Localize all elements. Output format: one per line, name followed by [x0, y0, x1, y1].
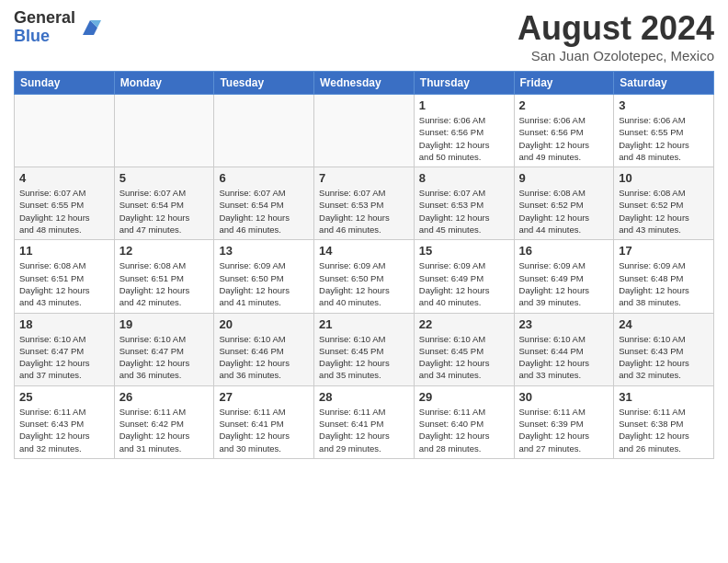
calendar-cell: 12Sunrise: 6:08 AM Sunset: 6:51 PM Dayli… [114, 240, 214, 313]
logo-general: General [14, 9, 75, 28]
calendar-cell: 30Sunrise: 6:11 AM Sunset: 6:39 PM Dayli… [514, 385, 614, 458]
day-info: Sunrise: 6:06 AM Sunset: 6:56 PM Dayligh… [519, 114, 609, 163]
calendar-week-row: 18Sunrise: 6:10 AM Sunset: 6:47 PM Dayli… [15, 313, 714, 385]
logo-blue: Blue [14, 28, 75, 46]
day-info: Sunrise: 6:09 AM Sunset: 6:50 PM Dayligh… [219, 259, 309, 308]
calendar-cell: 18Sunrise: 6:10 AM Sunset: 6:47 PM Dayli… [15, 313, 115, 385]
day-info: Sunrise: 6:11 AM Sunset: 6:39 PM Dayligh… [519, 406, 609, 454]
day-info: Sunrise: 6:08 AM Sunset: 6:51 PM Dayligh… [119, 259, 210, 308]
calendar-week-row: 4Sunrise: 6:07 AM Sunset: 6:55 PM Daylig… [15, 167, 714, 240]
day-number: 17 [619, 244, 709, 258]
calendar-cell: 5Sunrise: 6:07 AM Sunset: 6:54 PM Daylig… [114, 167, 214, 240]
day-number: 18 [19, 317, 109, 331]
day-info: Sunrise: 6:07 AM Sunset: 6:54 PM Dayligh… [219, 187, 309, 236]
calendar-cell: 15Sunrise: 6:09 AM Sunset: 6:49 PM Dayli… [414, 240, 514, 313]
day-number: 19 [119, 317, 210, 331]
calendar-cell: 9Sunrise: 6:08 AM Sunset: 6:52 PM Daylig… [514, 167, 614, 240]
day-info: Sunrise: 6:10 AM Sunset: 6:47 PM Dayligh… [19, 333, 109, 382]
weekday-header: Tuesday [214, 72, 314, 95]
day-number: 21 [319, 317, 409, 331]
day-number: 7 [319, 171, 409, 185]
calendar-cell [15, 95, 115, 167]
calendar-table: SundayMondayTuesdayWednesdayThursdayFrid… [14, 71, 714, 459]
calendar-cell: 26Sunrise: 6:11 AM Sunset: 6:42 PM Dayli… [114, 385, 214, 458]
calendar-cell: 25Sunrise: 6:11 AM Sunset: 6:43 PM Dayli… [15, 385, 115, 458]
day-info: Sunrise: 6:07 AM Sunset: 6:54 PM Dayligh… [119, 187, 210, 236]
calendar-week-row: 11Sunrise: 6:08 AM Sunset: 6:51 PM Dayli… [15, 240, 714, 313]
day-number: 20 [219, 317, 309, 331]
day-info: Sunrise: 6:11 AM Sunset: 6:40 PM Dayligh… [419, 406, 509, 454]
day-number: 10 [619, 171, 709, 185]
day-number: 3 [619, 98, 709, 112]
day-number: 31 [619, 390, 709, 404]
calendar-cell: 8Sunrise: 6:07 AM Sunset: 6:53 PM Daylig… [414, 167, 514, 240]
calendar-cell [214, 95, 314, 167]
calendar-cell: 23Sunrise: 6:10 AM Sunset: 6:44 PM Dayli… [514, 313, 614, 385]
weekday-header: Friday [514, 72, 614, 95]
calendar-cell: 27Sunrise: 6:11 AM Sunset: 6:41 PM Dayli… [214, 385, 314, 458]
calendar-cell: 14Sunrise: 6:09 AM Sunset: 6:50 PM Dayli… [314, 240, 415, 313]
day-info: Sunrise: 6:08 AM Sunset: 6:52 PM Dayligh… [619, 187, 709, 236]
logo: General Blue [14, 9, 101, 46]
day-info: Sunrise: 6:10 AM Sunset: 6:47 PM Dayligh… [119, 333, 210, 382]
calendar-cell: 17Sunrise: 6:09 AM Sunset: 6:48 PM Dayli… [614, 240, 714, 313]
weekday-header: Monday [114, 72, 214, 95]
logo-icon [79, 17, 101, 39]
day-number: 9 [519, 171, 609, 185]
calendar-cell: 1Sunrise: 6:06 AM Sunset: 6:56 PM Daylig… [414, 95, 514, 167]
calendar-cell: 22Sunrise: 6:10 AM Sunset: 6:45 PM Dayli… [414, 313, 514, 385]
day-info: Sunrise: 6:09 AM Sunset: 6:49 PM Dayligh… [519, 259, 609, 308]
calendar-cell: 2Sunrise: 6:06 AM Sunset: 6:56 PM Daylig… [514, 95, 614, 167]
day-number: 22 [419, 317, 509, 331]
calendar-cell: 10Sunrise: 6:08 AM Sunset: 6:52 PM Dayli… [614, 167, 714, 240]
calendar-cell: 20Sunrise: 6:10 AM Sunset: 6:46 PM Dayli… [214, 313, 314, 385]
weekday-header: Wednesday [314, 72, 415, 95]
day-info: Sunrise: 6:07 AM Sunset: 6:53 PM Dayligh… [419, 187, 509, 236]
calendar-cell: 4Sunrise: 6:07 AM Sunset: 6:55 PM Daylig… [15, 167, 115, 240]
day-info: Sunrise: 6:07 AM Sunset: 6:55 PM Dayligh… [19, 187, 109, 236]
calendar-cell: 6Sunrise: 6:07 AM Sunset: 6:54 PM Daylig… [214, 167, 314, 240]
day-info: Sunrise: 6:09 AM Sunset: 6:49 PM Dayligh… [419, 259, 509, 308]
day-number: 12 [119, 244, 210, 258]
calendar-cell: 16Sunrise: 6:09 AM Sunset: 6:49 PM Dayli… [514, 240, 614, 313]
calendar-cell: 13Sunrise: 6:09 AM Sunset: 6:50 PM Dayli… [214, 240, 314, 313]
day-info: Sunrise: 6:08 AM Sunset: 6:51 PM Dayligh… [19, 259, 109, 308]
calendar-cell: 3Sunrise: 6:06 AM Sunset: 6:55 PM Daylig… [614, 95, 714, 167]
month-title: August 2024 [518, 9, 714, 48]
location: San Juan Ozolotepec, Mexico [518, 48, 714, 63]
day-number: 11 [19, 244, 109, 258]
calendar-cell: 29Sunrise: 6:11 AM Sunset: 6:40 PM Dayli… [414, 385, 514, 458]
day-number: 29 [419, 390, 509, 404]
day-number: 6 [219, 171, 309, 185]
day-number: 14 [319, 244, 409, 258]
day-number: 1 [419, 98, 509, 112]
weekday-header: Thursday [414, 72, 514, 95]
day-info: Sunrise: 6:10 AM Sunset: 6:43 PM Dayligh… [619, 333, 709, 382]
day-info: Sunrise: 6:10 AM Sunset: 6:46 PM Dayligh… [219, 333, 309, 382]
day-info: Sunrise: 6:09 AM Sunset: 6:50 PM Dayligh… [319, 259, 409, 308]
day-number: 2 [519, 98, 609, 112]
day-number: 8 [419, 171, 509, 185]
day-number: 25 [19, 390, 109, 404]
day-info: Sunrise: 6:11 AM Sunset: 6:43 PM Dayligh… [19, 406, 109, 454]
day-info: Sunrise: 6:11 AM Sunset: 6:41 PM Dayligh… [319, 406, 409, 454]
day-info: Sunrise: 6:10 AM Sunset: 6:44 PM Dayligh… [519, 333, 609, 382]
day-number: 27 [219, 390, 309, 404]
calendar-week-row: 1Sunrise: 6:06 AM Sunset: 6:56 PM Daylig… [15, 95, 714, 167]
day-number: 16 [519, 244, 609, 258]
day-info: Sunrise: 6:06 AM Sunset: 6:56 PM Dayligh… [419, 114, 509, 163]
calendar-cell: 11Sunrise: 6:08 AM Sunset: 6:51 PM Dayli… [15, 240, 115, 313]
day-number: 28 [319, 390, 409, 404]
day-number: 23 [519, 317, 609, 331]
day-info: Sunrise: 6:10 AM Sunset: 6:45 PM Dayligh… [419, 333, 509, 382]
day-info: Sunrise: 6:08 AM Sunset: 6:52 PM Dayligh… [519, 187, 609, 236]
day-number: 26 [119, 390, 210, 404]
weekday-header: Sunday [15, 72, 115, 95]
calendar-week-row: 25Sunrise: 6:11 AM Sunset: 6:43 PM Dayli… [15, 385, 714, 458]
day-info: Sunrise: 6:06 AM Sunset: 6:55 PM Dayligh… [619, 114, 709, 163]
calendar-cell: 7Sunrise: 6:07 AM Sunset: 6:53 PM Daylig… [314, 167, 415, 240]
day-info: Sunrise: 6:11 AM Sunset: 6:41 PM Dayligh… [219, 406, 309, 454]
calendar-cell: 19Sunrise: 6:10 AM Sunset: 6:47 PM Dayli… [114, 313, 214, 385]
calendar-cell [114, 95, 214, 167]
day-number: 15 [419, 244, 509, 258]
